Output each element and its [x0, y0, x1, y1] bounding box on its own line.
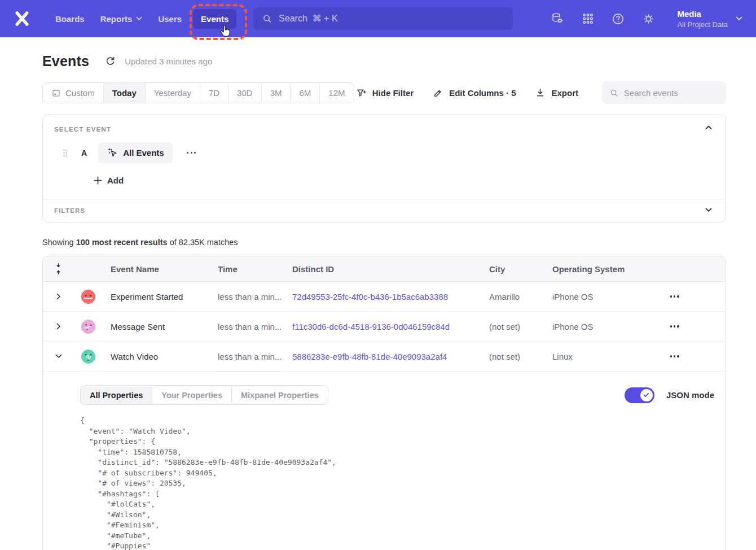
- settings-gear-icon[interactable]: [642, 12, 655, 25]
- column-header-event-name[interactable]: Event Name: [102, 264, 209, 274]
- range-7d-label: 7D: [209, 88, 219, 98]
- apps-grid-icon[interactable]: [581, 12, 594, 25]
- check-icon: [643, 392, 649, 398]
- search-events-input[interactable]: [624, 88, 718, 98]
- clause-more-icon[interactable]: [182, 147, 201, 158]
- row-more-icon[interactable]: [661, 355, 726, 357]
- project-selector[interactable]: Media All Project Data: [677, 8, 742, 29]
- expand-row-icon[interactable]: [43, 293, 74, 300]
- help-icon[interactable]: [612, 12, 625, 25]
- drag-handle-icon[interactable]: [61, 149, 69, 158]
- nav-item-events[interactable]: Events: [193, 9, 236, 29]
- top-navbar: Boards Reports Users Events: [0, 0, 756, 37]
- add-button-label: Add: [107, 176, 124, 185]
- range-yesterday-label: Yesterday: [154, 88, 191, 98]
- event-name: Message Sent: [102, 322, 209, 331]
- event-time: less than a min...: [209, 352, 284, 361]
- event-json-viewer[interactable]: { "event": "Watch Video", "properties": …: [80, 416, 714, 550]
- global-search[interactable]: [253, 7, 513, 30]
- select-event-section: SELECT EVENT A A: [43, 115, 726, 199]
- chevron-down-icon: [136, 16, 142, 21]
- expand-row-icon[interactable]: [43, 323, 74, 330]
- collapse-section-icon[interactable]: [703, 123, 714, 132]
- range-today-label: Today: [112, 88, 137, 98]
- event-time: less than a min...: [209, 322, 284, 331]
- table-row-expanded[interactable]: Watch Video less than a min... 5886283e-…: [43, 342, 726, 372]
- edit-columns-button[interactable]: Edit Columns · 5: [433, 88, 516, 98]
- nav-item-users[interactable]: Users: [150, 9, 190, 29]
- event-avatar: [81, 349, 96, 364]
- event-properties-panel: All Properties Your Properties Mixpanel …: [43, 372, 726, 550]
- clause-letter: A: [81, 149, 87, 158]
- range-today[interactable]: Today: [104, 83, 146, 103]
- range-12m-label: 12M: [328, 88, 345, 98]
- range-30d[interactable]: 30D: [228, 83, 262, 103]
- distinct-id-link[interactable]: 72d49553-25fc-4f0c-b436-1b5ac6ab3388: [292, 292, 448, 302]
- nav-item-boards[interactable]: Boards: [47, 9, 93, 29]
- nav-item-reports[interactable]: Reports: [93, 9, 151, 29]
- filter-funnel-icon: [356, 88, 367, 98]
- updated-timestamp: Updated 3 minutes ago: [125, 56, 212, 66]
- results-summary: Showing 100 most recent results of 82.35…: [42, 238, 726, 247]
- distinct-id-link[interactable]: f11c30d6-dc6d-4518-9136-0d046159c84d: [292, 322, 450, 331]
- event-selector-pill[interactable]: All Events: [98, 142, 173, 163]
- select-event-label: SELECT EVENT: [54, 126, 714, 133]
- query-builder-card: SELECT EVENT A A: [42, 115, 726, 222]
- range-6m[interactable]: 6M: [291, 83, 320, 103]
- range-custom-label: Custom: [65, 88, 95, 98]
- hide-filter-button[interactable]: Hide Filter: [356, 88, 414, 98]
- event-os: iPhone OS: [544, 322, 661, 331]
- search-events-box[interactable]: [602, 81, 726, 104]
- event-city: (not set): [481, 352, 544, 361]
- search-icon: [610, 88, 618, 98]
- column-header-time[interactable]: Time: [209, 264, 284, 274]
- table-header-row: Event Name Time Distinct ID City Operati…: [43, 256, 726, 282]
- distinct-id-link[interactable]: 5886283e-e9fb-48fb-81de-40e9093a2af4: [292, 352, 447, 361]
- export-label: Export: [551, 88, 578, 98]
- hide-filter-label: Hide Filter: [372, 88, 414, 98]
- row-more-icon[interactable]: [661, 325, 726, 327]
- collapse-all-rows-icon[interactable]: [43, 263, 74, 275]
- table-row[interactable]: Experiment Started less than a min... 72…: [43, 282, 726, 312]
- edit-columns-label: Edit Columns · 5: [449, 88, 516, 98]
- collapse-row-icon[interactable]: [43, 354, 74, 359]
- mixpanel-logo-icon[interactable]: [14, 10, 30, 27]
- toggle-knob: [640, 389, 653, 401]
- table-row[interactable]: Message Sent less than a min... f11c30d6…: [43, 312, 726, 342]
- range-7d[interactable]: 7D: [200, 83, 228, 103]
- results-summary-count: 100 most recent results: [76, 238, 168, 247]
- results-summary-prefix: Showing: [42, 238, 76, 247]
- range-12m[interactable]: 12M: [320, 83, 353, 103]
- download-icon: [535, 88, 546, 98]
- search-icon: [262, 14, 272, 24]
- export-button[interactable]: Export: [535, 88, 578, 98]
- project-name: Media: [677, 8, 728, 20]
- event-pill-label: All Events: [123, 148, 164, 158]
- event-avatar: [81, 319, 96, 334]
- tab-your-properties[interactable]: Your Properties: [152, 386, 232, 404]
- range-3m[interactable]: 3M: [262, 83, 291, 103]
- column-header-distinct-id[interactable]: Distinct ID: [284, 264, 481, 274]
- row-more-icon[interactable]: [661, 295, 726, 297]
- tab-all-properties[interactable]: All Properties: [81, 386, 152, 404]
- tab-mixpanel-properties[interactable]: Mixpanel Properties: [232, 386, 328, 404]
- page-title: Events: [42, 53, 89, 69]
- time-cell-underline: [218, 371, 282, 372]
- column-header-city[interactable]: City: [481, 264, 544, 274]
- properties-tabs: All Properties Your Properties Mixpanel …: [80, 385, 328, 405]
- chevron-down-icon: [736, 16, 742, 21]
- add-event-button[interactable]: Add: [94, 176, 124, 185]
- json-mode-toggle[interactable]: [625, 387, 654, 403]
- range-yesterday[interactable]: Yesterday: [146, 83, 200, 103]
- expand-filters-icon[interactable]: [703, 206, 714, 215]
- plus-icon: [94, 176, 102, 185]
- event-name: Watch Video: [102, 352, 209, 361]
- column-header-os[interactable]: Operating System: [544, 264, 661, 274]
- data-management-icon[interactable]: [551, 12, 564, 25]
- range-3m-label: 3M: [270, 88, 282, 98]
- nav-item-users-label: Users: [158, 14, 182, 24]
- global-search-input[interactable]: [279, 14, 504, 24]
- refresh-icon[interactable]: [105, 56, 116, 67]
- range-custom[interactable]: Custom: [43, 83, 104, 103]
- filters-section[interactable]: FILTERS: [43, 199, 726, 222]
